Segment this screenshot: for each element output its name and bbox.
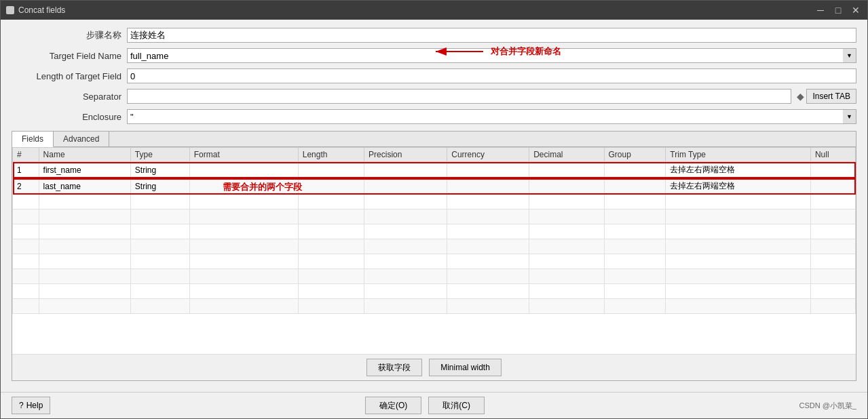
cell-currency xyxy=(447,162,529,178)
target-field-label: Target Field Name xyxy=(12,51,127,61)
length-label: Length of Target Field xyxy=(12,71,127,81)
separator-input[interactable] xyxy=(127,89,791,104)
length-row: Length of Target Field xyxy=(12,67,856,85)
cell-null xyxy=(810,178,855,195)
cell-group xyxy=(604,162,666,178)
col-format: Format xyxy=(189,148,298,162)
table-scroll-area: # Name Type Format Length Precision Curr… xyxy=(12,147,856,354)
col-trim-type: Trim Type xyxy=(666,148,811,162)
content-area: 步骤名称 Target Field Name ▼ xyxy=(1,20,867,392)
help-button[interactable]: ? Help xyxy=(12,397,50,414)
tab-advanced[interactable]: Advanced xyxy=(54,132,109,146)
minimize-button[interactable]: ─ xyxy=(814,4,827,16)
tab-fields[interactable]: Fields xyxy=(12,132,54,147)
cell-group xyxy=(604,178,666,195)
cell-trim-type: 去掉左右两端空格 xyxy=(666,162,811,178)
col-name: Name xyxy=(39,148,130,162)
enclosure-input-wrap: ▼ xyxy=(127,109,856,124)
maximize-button[interactable]: □ xyxy=(832,4,844,16)
insert-tab-button[interactable]: Insert TAB xyxy=(806,89,856,104)
main-window: Concat fields ─ □ ✕ 步骤名称 Target Field Na… xyxy=(0,0,868,419)
enclosure-row: Enclosure ▼ xyxy=(12,108,856,125)
cell-length xyxy=(298,178,364,195)
cell-null xyxy=(810,162,855,178)
table-row-empty xyxy=(13,299,856,314)
col-length: Length xyxy=(298,148,364,162)
minimal-width-button[interactable]: Minimal width xyxy=(429,359,502,376)
footer-left: ? Help xyxy=(12,397,50,414)
target-field-row: Target Field Name ▼ xyxy=(12,47,856,64)
table-row-empty xyxy=(13,254,856,269)
separator-label: Separator xyxy=(12,92,127,102)
table-row[interactable]: 2 last_name String 去掉左右两端空格 xyxy=(13,178,856,195)
length-input[interactable] xyxy=(127,68,856,83)
table-row-empty xyxy=(13,210,856,224)
step-name-row: 步骤名称 xyxy=(12,26,856,44)
col-null: Null xyxy=(810,148,855,162)
cell-precision xyxy=(364,178,447,195)
table-bottom-bar: 获取字段 Minimal width xyxy=(12,354,856,380)
footer-center: 确定(O) 取消(C) xyxy=(365,397,485,414)
col-num: # xyxy=(13,148,39,162)
form-section: 步骤名称 Target Field Name ▼ xyxy=(12,26,856,125)
table-row-empty xyxy=(13,195,856,210)
cell-type: String xyxy=(130,162,189,178)
col-currency: Currency xyxy=(447,148,529,162)
enclosure-dropdown[interactable]: ▼ xyxy=(843,109,856,124)
separator-row: Separator ◆ Insert TAB xyxy=(12,87,856,105)
col-decimal: Decimal xyxy=(529,148,604,162)
get-fields-button[interactable]: 获取字段 xyxy=(366,359,422,376)
target-field-input-wrap: ▼ xyxy=(127,48,856,63)
table-row-empty xyxy=(13,224,856,239)
cell-decimal xyxy=(529,178,604,195)
cell-type: String xyxy=(130,178,189,195)
cell-precision xyxy=(364,162,447,178)
confirm-button[interactable]: 确定(O) xyxy=(365,397,421,414)
separator-input-wrap: ◆ xyxy=(127,89,806,104)
title-bar: Concat fields ─ □ ✕ xyxy=(1,1,867,20)
target-field-container: Target Field Name ▼ xyxy=(12,47,856,64)
cell-currency xyxy=(447,178,529,195)
enclosure-input[interactable] xyxy=(127,109,856,124)
table-row-empty xyxy=(13,284,856,299)
cell-name: first_name xyxy=(39,162,130,178)
window-title: Concat fields xyxy=(18,5,65,15)
table-row[interactable]: 1 first_name String 去掉左右两端空格 xyxy=(13,162,856,178)
enclosure-label: Enclosure xyxy=(12,112,127,122)
separator-diamond-button[interactable]: ◆ xyxy=(794,90,806,102)
col-type: Type xyxy=(130,148,189,162)
help-label: Help xyxy=(26,401,43,410)
table-header: # Name Type Format Length Precision Curr… xyxy=(13,148,856,162)
cell-format xyxy=(189,162,298,178)
target-field-input[interactable] xyxy=(127,48,856,63)
step-name-label: 步骤名称 xyxy=(12,29,127,41)
tabs-section: Fields Advanced # Name Type Format xyxy=(12,131,856,381)
cell-num: 2 xyxy=(13,178,39,195)
help-icon: ? xyxy=(19,401,24,410)
cancel-button[interactable]: 取消(C) xyxy=(428,397,485,414)
tab-bar: Fields Advanced xyxy=(12,132,856,147)
watermark: CSDN @小凯菜_ xyxy=(799,401,856,411)
table-row-empty xyxy=(13,269,856,284)
table-header-row: # Name Type Format Length Precision Curr… xyxy=(13,148,856,162)
close-button[interactable]: ✕ xyxy=(850,4,862,16)
title-bar-controls: ─ □ ✕ xyxy=(814,4,862,16)
step-name-input[interactable] xyxy=(127,28,856,43)
cell-name: last_name xyxy=(39,178,130,195)
fields-table: # Name Type Format Length Precision Curr… xyxy=(12,147,856,314)
cell-length xyxy=(298,162,364,178)
footer: ? Help 确定(O) 取消(C) CSDN @小凯菜_ xyxy=(1,392,867,418)
cell-trim-type: 去掉左右两端空格 xyxy=(666,178,811,195)
col-precision: Precision xyxy=(364,148,447,162)
table-body: 1 first_name String 去掉左右两端空格 xyxy=(13,162,856,314)
cell-num: 1 xyxy=(13,162,39,178)
table-row-empty xyxy=(13,239,856,254)
window-icon xyxy=(6,6,14,14)
tab-content: # Name Type Format Length Precision Curr… xyxy=(12,147,856,380)
title-bar-left: Concat fields xyxy=(6,5,65,15)
cell-decimal xyxy=(529,162,604,178)
target-field-dropdown[interactable]: ▼ xyxy=(843,48,856,63)
table-outer: # Name Type Format Length Precision Curr… xyxy=(12,147,856,380)
col-group: Group xyxy=(604,148,666,162)
cell-format xyxy=(189,178,298,195)
